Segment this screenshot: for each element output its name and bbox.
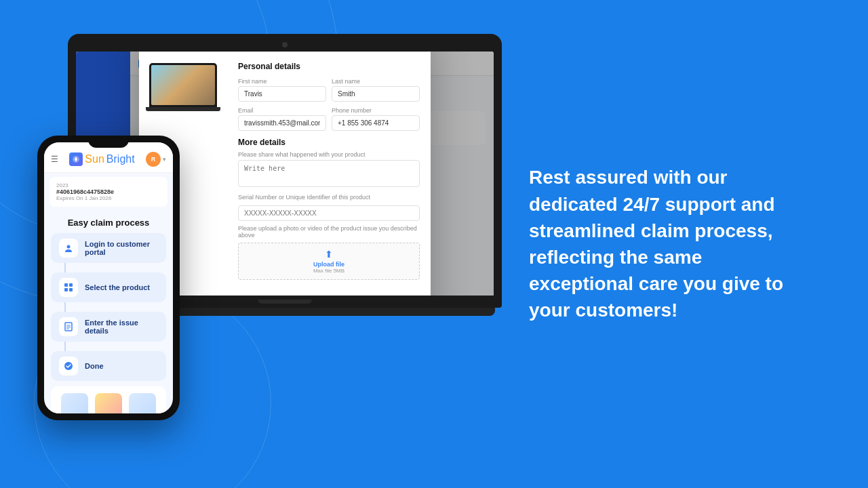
upload-label: Please upload a photo or video of the pr… <box>238 225 420 239</box>
phone-avatar: R <box>146 152 161 167</box>
step-connector-2 <box>64 302 66 312</box>
upload-size-text: Max file 5MB <box>244 268 414 274</box>
personal-details-title: Personal details <box>238 62 420 71</box>
phone-label: Phone number <box>332 107 420 114</box>
user-icon <box>64 243 73 253</box>
contact-row: Email Phone number <box>238 107 420 131</box>
description-label: Please share what happened with your pro… <box>238 151 420 158</box>
menu-icon[interactable]: ☰ <box>51 155 58 164</box>
modal-footer: Submit <box>139 289 431 296</box>
illustration-3 <box>129 393 156 413</box>
modal-right-panel: Personal details First name <box>227 52 431 289</box>
upload-area[interactable]: ⬆ Upload file Max file 5MB <box>238 243 420 280</box>
last-name-label: Last name <box>332 78 420 85</box>
laptop-camera <box>282 42 288 47</box>
description-textarea[interactable] <box>238 160 420 187</box>
phone-screen: ☰ SunBright R ▾ <box>44 142 173 413</box>
expires-label: Expires On 1 Jan 2026 <box>56 195 161 201</box>
steps-title: Easy claim process <box>44 211 173 233</box>
step-item-issue[interactable]: Enter the issue details <box>51 312 166 342</box>
email-input[interactable] <box>238 115 326 131</box>
left-section: Total products 248 Active claims 12 Reso… <box>0 0 515 488</box>
step-4-label: Done <box>85 362 104 370</box>
main-container: Total products 248 Active claims 12 Reso… <box>0 0 868 488</box>
upload-icon: ⬆ <box>244 249 414 260</box>
last-name-input[interactable] <box>332 86 420 102</box>
product-icon <box>59 278 78 297</box>
step-connector-3 <box>64 342 66 351</box>
claim-modal: File a claim × <box>139 52 431 296</box>
product-screen <box>149 63 217 107</box>
illustration-1 <box>61 393 88 413</box>
upload-action-text: Upload file <box>244 261 414 268</box>
checkmark-icon <box>64 361 73 371</box>
issue-icon <box>59 317 78 336</box>
product-screen-content <box>151 65 215 105</box>
step-item-done[interactable]: Done <box>51 351 166 381</box>
more-details-title: More details <box>238 138 420 147</box>
svg-point-1 <box>67 245 71 249</box>
product-id: #4061968c4475828e <box>56 188 161 195</box>
logo-icon <box>69 152 83 166</box>
email-group: Email <box>238 107 326 131</box>
svg-rect-5 <box>69 288 73 291</box>
product-info-card: 2023 #4061968c4475828e Expires On 1 Jan … <box>50 177 167 207</box>
phone-group: Phone number <box>332 107 420 131</box>
phone-notch <box>88 136 129 148</box>
first-name-input[interactable] <box>238 86 326 102</box>
serial-input[interactable] <box>238 205 420 221</box>
illustration-2 <box>95 393 122 413</box>
document-icon <box>64 322 73 331</box>
logo-bright-text: Bright <box>106 153 135 165</box>
product-image <box>149 63 217 110</box>
product-base <box>146 107 220 111</box>
phone-frame: ☰ SunBright R ▾ <box>37 136 180 420</box>
logo-sun-text: Sun <box>85 153 104 165</box>
svg-rect-3 <box>69 283 73 287</box>
first-name-label: First name <box>238 78 326 85</box>
done-icon <box>59 357 78 375</box>
logo-svg <box>72 155 80 163</box>
first-name-group: First name <box>238 78 326 102</box>
step-3-label: Enter the issue details <box>85 319 158 335</box>
svg-rect-2 <box>64 283 68 287</box>
phone-header-right: R ▾ <box>146 152 166 167</box>
steps-list: Login to customer portal <box>44 233 173 381</box>
svg-rect-4 <box>64 288 68 291</box>
step-item-login[interactable]: Login to customer portal <box>51 233 166 263</box>
step-item-product[interactable]: Select the product <box>51 272 166 302</box>
laptop-hinge <box>258 300 312 304</box>
step-1-label: Login to customer portal <box>85 240 158 256</box>
product-date: 2023 <box>56 182 161 188</box>
chevron-down-icon: ▾ <box>163 156 166 163</box>
serial-label: Serial Number or Unique Identifier of th… <box>238 194 420 201</box>
step-2-label: Select the product <box>85 283 150 291</box>
grid-icon <box>64 283 73 292</box>
phone-input[interactable] <box>332 115 420 131</box>
phone-bottom-content <box>51 386 166 413</box>
step-connector-1 <box>64 263 66 272</box>
email-label: Email <box>238 107 326 114</box>
right-section: Rest assured with our dedicated 24/7 sup… <box>515 0 868 488</box>
login-icon <box>59 239 78 258</box>
phone-logo: SunBright <box>69 152 134 166</box>
tagline-text: Rest assured with our dedicated 24/7 sup… <box>529 164 787 323</box>
phone-device: ☰ SunBright R ▾ <box>37 136 180 420</box>
name-row: First name Last name <box>238 78 420 102</box>
modal-body: Personal details First name <box>139 52 431 289</box>
last-name-group: Last name <box>332 78 420 102</box>
